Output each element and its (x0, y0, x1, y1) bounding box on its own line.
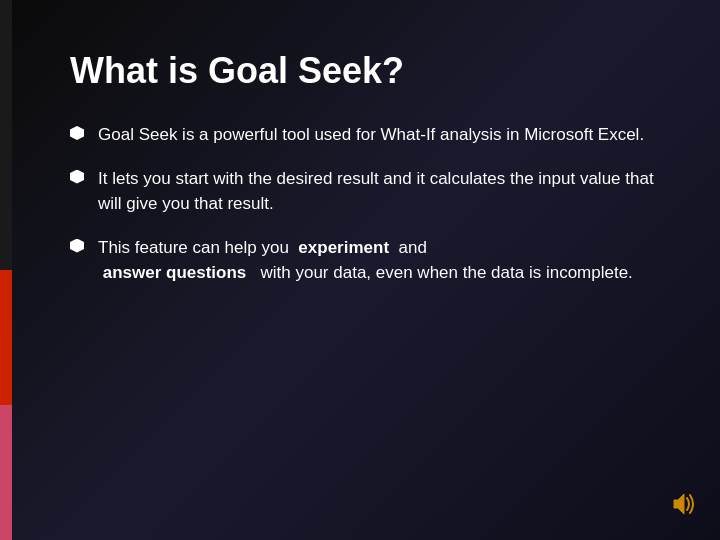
bullet-marker-3 (70, 239, 84, 253)
bullet-item-1: Goal Seek is a powerful tool used for Wh… (70, 122, 660, 148)
bullet-text-2: It lets you start with the desired resul… (98, 169, 654, 214)
left-bar (0, 0, 12, 540)
bullet-list: Goal Seek is a powerful tool used for Wh… (70, 122, 660, 286)
bullet-text-3-part2: and (389, 238, 427, 257)
bullet-item-3: This feature can help you experiment and… (70, 235, 660, 286)
bullet-text-3-part3: with your data, even when the data is in… (246, 263, 633, 282)
bullet-marker-2 (70, 170, 84, 184)
slide: What is Goal Seek? Goal Seek is a powerf… (0, 0, 720, 540)
bullet-marker-1 (70, 126, 84, 140)
bar-red (0, 270, 12, 405)
bullet-text-3-part1: This feature can help you (98, 238, 298, 257)
bullet-content-2: It lets you start with the desired resul… (98, 166, 660, 217)
svg-marker-0 (674, 494, 684, 514)
bullet-item-2: It lets you start with the desired resul… (70, 166, 660, 217)
bullet-content-1: Goal Seek is a powerful tool used for Wh… (98, 122, 660, 148)
speaker-icon[interactable] (668, 488, 700, 520)
bullet-text-3-bold2: answer questions (98, 263, 246, 282)
bar-dark (0, 0, 12, 270)
bullet-text-1: Goal Seek is a powerful tool used for Wh… (98, 125, 644, 144)
bullet-content-3: This feature can help you experiment and… (98, 235, 660, 286)
bullet-text-3-bold1: experiment (298, 238, 389, 257)
slide-title: What is Goal Seek? (70, 50, 660, 92)
bar-pink (0, 405, 12, 540)
